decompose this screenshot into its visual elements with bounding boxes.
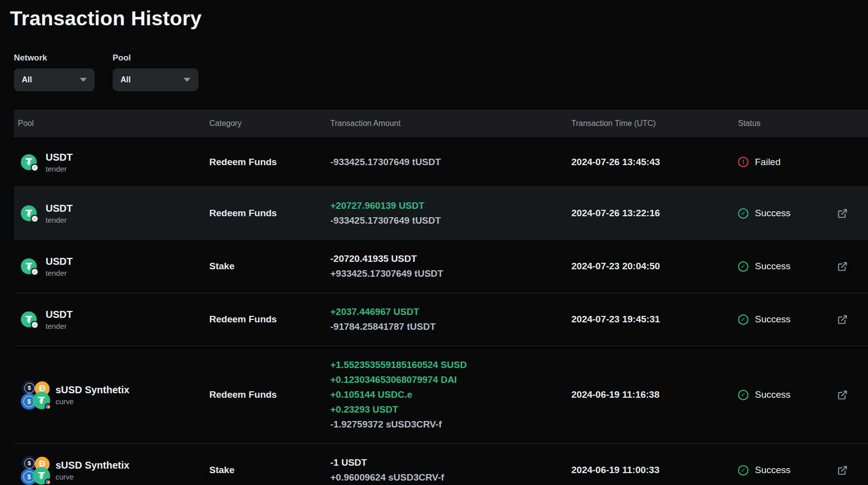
pool-name: USDT [46, 151, 72, 164]
susd-synthetix-pool-icon: $ Đ $ ₮ [21, 456, 51, 485]
pool-name: USDT [46, 255, 72, 268]
network-filter-value: All [22, 75, 32, 84]
status-label: Failed [755, 157, 781, 168]
amount-line: +0.105144 USDC.e [330, 387, 571, 402]
amount-line: +20727.960139 USDT [330, 198, 571, 213]
pool-name: sUSD Synthetix [56, 459, 129, 472]
usdt-token-icon: ₮ ✓ [21, 258, 37, 274]
amount-line: +0.96009624 sUSD3CRV-f [330, 470, 571, 485]
status-cell: ✓ Success [738, 208, 837, 219]
curve-badge-icon [45, 403, 51, 410]
amount-line: +0.123034653068079974 DAI [330, 372, 571, 387]
amount-line: -1 USDT [330, 455, 571, 470]
amount-line: +0.23293 USDT [330, 402, 571, 417]
status-cell: ✓ Success [738, 314, 837, 325]
status-label: Success [755, 208, 791, 219]
amount-cell: -1 USDT+0.96009624 sUSD3CRV-f [330, 444, 571, 485]
column-header-time: Transaction Time (UTC) [571, 119, 738, 128]
amount-cell: +1.552353559185160524 SUSD+0.12303465306… [330, 346, 571, 443]
actions-cell [837, 390, 868, 400]
status-cell: ✓ Success [738, 261, 837, 272]
external-link-icon[interactable] [837, 465, 848, 476]
pool-cell: $ Đ $ ₮ sUSD Synthetix curve [14, 456, 209, 485]
column-header-category: Category [209, 119, 330, 128]
actions-cell [837, 208, 868, 219]
actions-cell [837, 314, 868, 325]
amount-line: -933425.17307649 tUSDT [330, 213, 571, 228]
network-filter: Network All [14, 53, 95, 91]
check-icon: ✓ [738, 390, 748, 400]
status-cell: ! Failed [738, 157, 837, 168]
curve-badge-icon [45, 479, 51, 485]
filters-bar: Network All Pool All [14, 53, 868, 91]
column-header-status: Status [738, 119, 837, 128]
amount-line: -1.92759372 sUSD3CRV-f [330, 417, 571, 432]
amount-line: -20720.41935 USDT [330, 251, 571, 266]
usdt-token-icon: ₮ ✓ [21, 311, 37, 327]
amount-cell: +2037.446967 USDT-91784.25841787 tUSDT [330, 293, 571, 346]
chevron-down-icon [184, 78, 190, 82]
pool-platform: tender [46, 165, 72, 173]
time-cell: 2024-07-23 20:04:50 [571, 261, 738, 272]
check-icon: ✓ [738, 261, 748, 272]
external-link-icon[interactable] [837, 261, 848, 272]
pool-filter-dropdown[interactable]: All [113, 68, 198, 91]
pool-platform: curve [56, 397, 129, 406]
transaction-table: Pool Category Transaction Amount Transac… [14, 110, 868, 485]
amount-line: +933425.17307649 tUSDT [330, 266, 571, 281]
amount-line: +1.552353559185160524 SUSD [330, 358, 571, 372]
verified-badge-icon: ✓ [31, 268, 39, 276]
verified-badge-icon: ✓ [31, 321, 39, 329]
pool-filter-label: Pool [113, 53, 198, 63]
usdt-token-icon: ₮ ✓ [21, 205, 37, 221]
pool-cell: ₮ ✓ USDT tender [14, 255, 209, 277]
status-label: Success [755, 261, 791, 272]
time-cell: 2024-07-26 13:45:43 [571, 157, 738, 168]
table-header: Pool Category Transaction Amount Transac… [14, 110, 868, 137]
pool-platform: tender [46, 216, 72, 224]
verified-badge-icon: ✓ [31, 215, 39, 223]
status-label: Success [755, 314, 791, 325]
amount-line: -933425.17307649 tUSDT [330, 155, 571, 170]
pool-cell: ₮ ✓ USDT tender [14, 151, 209, 173]
chevron-down-icon [80, 78, 87, 82]
susd-synthetix-pool-icon: $ Đ $ ₮ [21, 380, 51, 409]
check-icon: ✓ [738, 314, 748, 325]
category-cell: Redeem Funds [209, 389, 330, 400]
category-cell: Redeem Funds [209, 314, 330, 325]
table-row[interactable]: ₮ ✓ USDT tender Redeem Funds -933425.173… [14, 137, 868, 187]
pool-cell: ₮ ✓ USDT tender [14, 202, 209, 224]
pool-platform: tender [46, 269, 72, 277]
pool-filter-value: All [121, 75, 130, 84]
time-cell: 2024-06-19 11:00:33 [571, 465, 738, 476]
status-label: Success [755, 465, 791, 476]
time-cell: 2024-07-26 13:22:16 [571, 208, 738, 219]
network-filter-label: Network [14, 53, 95, 63]
status-label: Success [755, 389, 791, 400]
page-title: Transaction History [10, 7, 868, 30]
table-row[interactable]: ₮ ✓ USDT tender Stake -20720.41935 USDT+… [14, 240, 868, 293]
pool-platform: curve [56, 473, 129, 481]
external-link-icon[interactable] [837, 208, 848, 219]
pool-name: USDT [46, 202, 72, 215]
actions-cell [837, 465, 868, 476]
actions-cell [837, 261, 868, 272]
column-header-pool: Pool [14, 119, 209, 128]
external-link-icon[interactable] [837, 314, 848, 325]
external-link-icon[interactable] [837, 390, 848, 400]
pool-platform: tender [46, 322, 72, 330]
table-body: ₮ ✓ USDT tender Redeem Funds -933425.173… [14, 137, 868, 485]
table-row[interactable]: ₮ ✓ USDT tender Redeem Funds +20727.9601… [14, 187, 868, 240]
verified-badge-icon: ✓ [31, 164, 39, 172]
table-row[interactable]: $ Đ $ ₮ sUSD Synthetix curve Redeem Fund… [14, 346, 868, 444]
time-cell: 2024-07-23 19:45:31 [571, 314, 738, 325]
network-filter-dropdown[interactable]: All [14, 68, 95, 91]
status-cell: ✓ Success [738, 465, 837, 476]
category-cell: Stake [209, 261, 330, 272]
usdt-token-icon: ₮ [33, 392, 50, 409]
amount-line: -91784.25841787 tUSDT [330, 319, 571, 334]
amount-cell: +20727.960139 USDT-933425.17307649 tUSDT [330, 187, 571, 240]
table-row[interactable]: $ Đ $ ₮ sUSD Synthetix curve Stake -1 US… [14, 444, 868, 485]
amount-cell: -20720.41935 USDT+933425.17307649 tUSDT [330, 240, 571, 293]
table-row[interactable]: ₮ ✓ USDT tender Redeem Funds +2037.44696… [14, 293, 868, 346]
